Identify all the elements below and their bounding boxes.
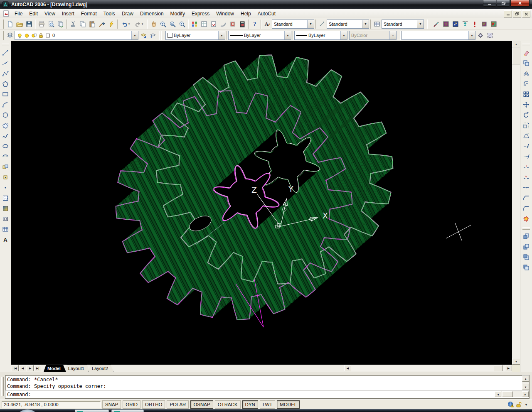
mirror-button[interactable] <box>522 68 531 78</box>
revision-cloud-button[interactable] <box>1 120 10 130</box>
child-close-button[interactable] <box>522 10 530 17</box>
chevron-down-icon[interactable]: ▼ <box>131 31 138 39</box>
break-button[interactable] <box>522 172 531 182</box>
freeze-sun-icon[interactable] <box>24 32 30 39</box>
ellipse-arc-button[interactable] <box>1 151 10 162</box>
model-space-view[interactable]: XYZ <box>11 41 512 365</box>
print-preview-button[interactable] <box>46 19 56 29</box>
toggle-otrack[interactable]: OTRACK <box>215 400 241 409</box>
join-button[interactable] <box>522 182 531 193</box>
target2-button[interactable] <box>479 19 489 29</box>
menu-express[interactable]: Express <box>188 10 213 18</box>
toolbar-grip[interactable] <box>1 31 4 40</box>
spline-button[interactable] <box>1 130 10 141</box>
scroll-left-arrow[interactable]: ◀ <box>495 391 501 397</box>
tab-prev-button[interactable]: ◀ <box>19 365 26 371</box>
erase-button[interactable] <box>522 47 531 58</box>
drawing-canvas[interactable]: XYZ <box>11 41 512 365</box>
toggle-snap[interactable]: SNAP <box>102 400 121 409</box>
rotate-button[interactable] <box>522 110 531 120</box>
point-button[interactable] <box>1 182 10 193</box>
toggle-model[interactable]: MODEL <box>277 400 300 409</box>
sheet-set-manager-button[interactable] <box>199 19 209 29</box>
make-block-button[interactable] <box>1 172 10 182</box>
menu-tools[interactable]: Tools <box>100 10 118 18</box>
menu-draw[interactable]: Draw <box>118 10 137 18</box>
tab-layout1[interactable]: Layout1 <box>64 365 90 372</box>
vertical-scrollbar[interactable]: ▲ ▼ <box>512 41 520 365</box>
match-props-button[interactable] <box>97 19 106 29</box>
construction-line-button[interactable] <box>1 58 10 68</box>
linetype-combo[interactable]: ByLayer ▼ <box>228 31 291 40</box>
windows-taskbar[interactable] <box>0 409 532 412</box>
undo-button[interactable]: ▾ <box>119 19 132 29</box>
tab-model[interactable]: Model <box>44 365 66 372</box>
menu-view[interactable]: View <box>41 10 59 18</box>
child-restore-button[interactable] <box>513 10 521 17</box>
dim-style-button[interactable] <box>317 19 327 29</box>
chevron-down-icon[interactable]: ▼ <box>417 20 424 28</box>
autocut-misc-button[interactable] <box>489 19 498 29</box>
menu-autocut[interactable]: AutoCut <box>254 10 279 18</box>
menu-window[interactable]: Window <box>213 10 237 18</box>
child-minimize-button[interactable] <box>504 10 512 17</box>
gear-button[interactable] <box>475 31 485 40</box>
chevron-down-icon[interactable]: ▼ <box>218 31 225 39</box>
command-input-scrollbar[interactable]: ◀ ▶ <box>495 391 529 397</box>
table-button[interactable] <box>1 224 10 234</box>
workspace-combo[interactable]: ▼ <box>401 31 475 40</box>
table-style-combo[interactable]: Standard ▼ <box>382 20 424 29</box>
toggle-polar[interactable]: POLAR <box>167 400 189 409</box>
web-button[interactable] <box>218 19 228 29</box>
chevron-down-icon[interactable]: ▼ <box>340 31 347 39</box>
scroll-down-arrow[interactable]: ▼ <box>512 358 520 365</box>
scroll-up-arrow[interactable]: ▲ <box>512 41 520 47</box>
taskbar-app-button[interactable] <box>111 410 144 412</box>
zoom-previous-button[interactable] <box>177 19 187 29</box>
cut-button[interactable] <box>68 19 78 29</box>
calculator-button[interactable] <box>237 19 247 29</box>
polygon-button[interactable] <box>1 78 10 89</box>
hatch-button[interactable] <box>1 193 10 203</box>
fillet-button[interactable] <box>522 203 531 213</box>
toggle-ortho[interactable]: ORTHO <box>142 400 165 409</box>
restore-button[interactable] <box>497 0 510 7</box>
scroll-right-arrow[interactable]: ▶ <box>505 365 512 371</box>
send-to-back-button[interactable] <box>522 241 531 252</box>
redo-dropdown-arrow[interactable]: ▾ <box>142 22 143 26</box>
menu-dimension[interactable]: Dimension <box>137 10 167 18</box>
save-button[interactable] <box>24 19 34 29</box>
layer-previous-button[interactable] <box>148 31 158 40</box>
tab-first-button[interactable]: |◀ <box>12 365 19 371</box>
command-history[interactable]: Command: *Cancel*Command: Specify opposi… <box>5 375 530 390</box>
horizontal-scroll-thumb[interactable] <box>494 365 503 371</box>
tab-last-button[interactable]: ▶| <box>34 365 41 371</box>
markup-button[interactable] <box>209 19 218 29</box>
tab-layout2[interactable]: Layout2 <box>88 365 113 372</box>
toggle-dyn[interactable]: DYN <box>242 400 258 409</box>
new-button[interactable] <box>5 19 15 29</box>
menu-help[interactable]: Help <box>237 10 254 18</box>
zoom-window-button[interactable] <box>167 19 177 29</box>
toolbar-lock-icon[interactable] <box>515 401 522 408</box>
scroll-right-arrow[interactable]: ▶ <box>522 391 529 397</box>
dim-style-combo[interactable]: Standard ▼ <box>327 20 369 29</box>
bring-above-button[interactable] <box>522 252 531 262</box>
command-window-grip[interactable] <box>1 377 4 396</box>
offset-button[interactable] <box>522 78 531 89</box>
color-combo[interactable]: ByLayer ▼ <box>165 31 225 40</box>
copy-object-button[interactable] <box>522 58 531 68</box>
explode-button[interactable] <box>522 213 531 224</box>
toolbar-grip[interactable] <box>161 31 164 40</box>
command-scrollbar[interactable]: ▲ ▼ <box>522 375 529 390</box>
extend-button[interactable] <box>522 151 531 162</box>
horizontal-scroll-thumb[interactable] <box>502 391 513 397</box>
region-button[interactable] <box>1 213 10 224</box>
markup-set-button[interactable] <box>228 19 237 29</box>
layer-combo[interactable]: 0 ▼ <box>15 31 138 40</box>
publish-button[interactable] <box>56 19 65 29</box>
text-style-combo[interactable]: Standard ▼ <box>272 20 314 29</box>
break-at-point-button[interactable] <box>522 162 531 172</box>
taskbar-app-button[interactable] <box>75 410 109 412</box>
scroll-down-arrow[interactable]: ▼ <box>522 384 529 390</box>
